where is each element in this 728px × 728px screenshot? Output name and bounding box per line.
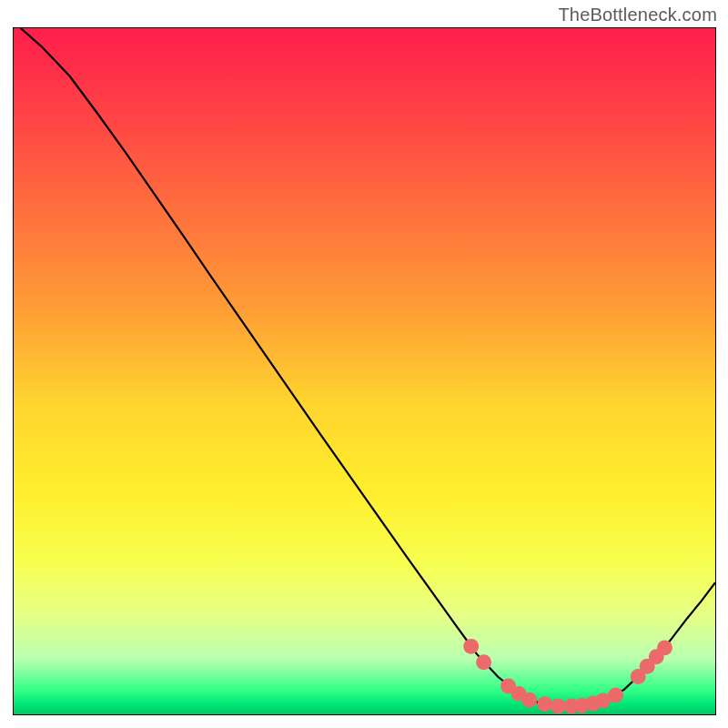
curve-marker <box>537 696 552 712</box>
chart-markers <box>14 28 715 714</box>
watermark-text: TheBottleneck.com <box>558 5 717 25</box>
curve-marker <box>657 640 672 655</box>
curve-marker <box>521 693 537 708</box>
curve-marker <box>608 687 623 703</box>
curve-marker <box>476 654 491 670</box>
chart-plot-area <box>13 27 716 715</box>
curve-marker <box>463 639 479 654</box>
curve-marker <box>551 698 566 713</box>
